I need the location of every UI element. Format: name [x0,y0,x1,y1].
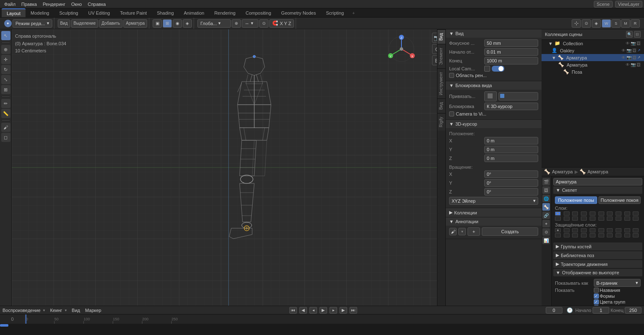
tb-icon-solid[interactable]: ◉ [173,19,182,28]
protected-layer-6[interactable] [598,228,604,232]
tl-jump-start[interactable]: ⏮ [289,307,297,314]
props-icon-renderlayer[interactable]: 🖼 [542,186,550,194]
n-section-collections-header[interactable]: ▶ Коллекции [446,208,542,217]
tab-texture-paint[interactable]: Texture Paint [115,8,152,17]
tl-play[interactable]: ▶ [319,307,327,314]
layer-20[interactable] [633,216,639,221]
breadcrumb-item-1[interactable]: Арматура [552,169,573,174]
tool-measure[interactable]: 📏 [1,109,10,118]
cursor-y-value[interactable]: 0 m [484,146,538,153]
layer-3[interactable] [572,211,578,216]
collection-eye[interactable]: 👁 [626,41,630,46]
layer-11[interactable] [555,216,561,221]
outliner-filter[interactable]: 🔍 [626,31,633,38]
tab-scripting[interactable]: Scripting [321,8,349,17]
tool-rotate[interactable]: ↻ [1,65,10,74]
outliner-search[interactable]: ⊟ [634,31,641,38]
tool-cursor[interactable]: ⊕ [1,45,10,54]
layer-4[interactable] [581,211,587,216]
localcam-toggle[interactable] [484,66,490,72]
protected-layer-3[interactable] [572,228,578,232]
tab-uv-editing[interactable]: UV Editing [83,8,115,17]
annotations-create-btn[interactable]: Создать [482,227,538,236]
tb-shading-ren[interactable]: R [631,19,640,28]
props-skeleton-header[interactable]: ▼ Скелет [553,186,642,194]
cursor-x-value[interactable]: 0 m [484,137,538,144]
outliner-oakley[interactable]: 👤 Oakley 👁 📷 🖼 ↗ [542,47,644,54]
show-front-check[interactable]: ✓ Спереди [594,305,618,306]
view-layer-selector[interactable]: ViewLayer [615,1,642,8]
vp-tab-vид[interactable]: Вид [437,29,445,44]
protected-layer-18[interactable] [616,233,621,237]
protected-layer-2[interactable] [564,228,570,232]
props-icon-object[interactable]: 🦴 [542,203,550,211]
toolbar-add-btn[interactable]: Добавить [99,19,123,28]
tab-modeling[interactable]: Modeling [26,8,54,17]
props-icon-world[interactable]: 🌐 [542,195,550,202]
tl-next-frame[interactable]: ▶ [340,307,347,314]
tool-transform[interactable]: ⊞ [1,85,10,94]
oakley-camera[interactable]: 📷 [626,48,631,53]
viewport[interactable]: Справа ортогональ (0) Арматура : Bone.03… [12,29,445,306]
menu-help[interactable]: Справка [85,1,108,8]
n-section-view-header[interactable]: ▼ Вид [446,29,542,38]
menu-render[interactable]: Рендеринг [40,1,68,8]
annotations-down[interactable]: ▾ [458,228,466,235]
vp-tab-rigify[interactable]: Rigify [437,113,445,131]
toolbar-armature-btn[interactable]: Арматура [123,19,147,28]
protected-layer-19[interactable] [624,233,630,237]
menu-edit[interactable]: Правка [19,1,39,8]
protected-layer-14[interactable] [581,233,587,237]
clipstart-value[interactable]: 0.01 m [484,48,538,56]
layer-10[interactable] [633,211,639,216]
global-dropdown[interactable]: Глоба... ▾ [197,19,231,28]
tb-icon-box[interactable]: ▣ [153,19,162,28]
props-bonegroups-header[interactable]: ▶ Группы костей [553,242,642,250]
protected-layer-9[interactable] [624,228,630,232]
annotations-icon[interactable]: 🖌 [449,228,457,235]
viewport-gizmo[interactable]: Z X Y [387,34,416,64]
snap-dropdown[interactable]: 🧲X Y Z [269,19,294,28]
outliner-collection[interactable]: ▼ 📁 Collection 👁 📷 🖼 [542,40,644,47]
layer-6[interactable] [598,211,604,216]
layer-18[interactable] [616,216,621,221]
tl-view[interactable]: Вид [72,308,80,313]
tool-move[interactable]: ✛ [1,55,10,64]
renderarea-check[interactable]: Область рен... [449,73,487,78]
vp-tab-tool[interactable]: Инструмент [437,68,445,98]
protected-layer-12[interactable] [564,233,570,237]
props-icon-constraints[interactable]: 🔗 [542,211,550,219]
snapto-picker[interactable] [498,92,538,100]
show-as-dropdown[interactable]: В-гранник ▾ [594,279,641,287]
tb-overlay[interactable]: ⊙ [582,19,591,28]
layer-15[interactable] [590,216,595,221]
cursor-rz-value[interactable]: 0° [484,188,538,196]
tb-xray[interactable]: ◈ [592,19,601,28]
tl-end-frame[interactable]: 250 [625,307,641,314]
tl-prev-keyframe[interactable]: ◂ [309,307,317,314]
toolbar-mode-icon[interactable]: ✦ [4,20,12,27]
layer-14[interactable] [581,216,587,221]
layer-1[interactable] [555,211,561,216]
tb-shading-wire[interactable]: W [602,19,611,28]
cursor-z-value[interactable]: 0 m [484,155,538,162]
tl-marker[interactable]: Маркер [85,308,101,313]
mode-dropdown[interactable]: Режим реда... ▾ [13,19,52,28]
protected-layer-5[interactable] [590,228,595,232]
tab-sculpting[interactable]: Sculpting [54,8,83,17]
n-section-cursor-header[interactable]: ▼ 3D-курсор [446,120,542,128]
props-icon-scene[interactable]: 🎬 [542,178,550,186]
menu-window[interactable]: Окно [69,1,84,8]
focal-value[interactable]: 50 mm [484,39,538,47]
props-motionpaths-header[interactable]: ▶ Траектории движения [553,260,642,268]
layer-16[interactable] [598,216,604,221]
layer-19[interactable] [624,216,630,221]
tab-shading[interactable]: Shading [152,8,179,17]
layer-7[interactable] [607,211,613,216]
protected-layer-15[interactable] [590,233,595,237]
protected-layer-7[interactable] [607,228,613,232]
tl-playback[interactable]: Воспроизведение [3,308,41,313]
layer-9[interactable] [624,211,630,216]
protected-layer-17[interactable] [607,233,613,237]
clipend-value[interactable]: 1000 m [484,57,538,64]
